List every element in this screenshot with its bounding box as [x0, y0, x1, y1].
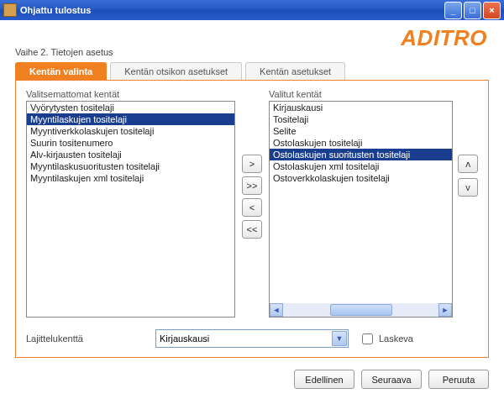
tab-panel: Valitsemattomat kentät Vyörytysten tosit… — [15, 81, 489, 358]
list-item[interactable]: Selite — [270, 125, 452, 137]
dialog-content: ADITRO Vaihe 2. Tietojen asetus Kentän v… — [0, 20, 504, 420]
scroll-left-icon[interactable]: ◄ — [270, 303, 283, 317]
scroll-right-icon[interactable]: ► — [438, 303, 452, 317]
titlebar: Ohjattu tulostus _ □ × — [0, 0, 504, 20]
move-down-button[interactable]: v — [458, 178, 478, 197]
window-title: Ohjattu tulostus — [20, 5, 443, 15]
dual-list: Valitsemattomat kentät Vyörytysten tosit… — [26, 89, 478, 318]
list-item[interactable]: Vyörytysten tositelaji — [27, 102, 234, 113]
list-item[interactable]: Ostolaskujen xml tositelaji — [270, 160, 452, 172]
tab-field-selection[interactable]: Kentän valinta — [15, 62, 107, 80]
app-icon — [3, 3, 17, 17]
sort-row: Lajittelukenttä Kirjauskausi ▼ Laskeva — [26, 329, 478, 348]
maximize-button[interactable]: □ — [464, 2, 481, 19]
order-buttons: ʌ v — [458, 89, 478, 318]
tab-field-settings[interactable]: Kentän asetukset — [245, 62, 345, 80]
h-scrollbar[interactable]: ◄ ► — [270, 303, 452, 317]
add-button[interactable]: > — [242, 155, 262, 173]
list-item[interactable]: Myyntilaskujen xml tositelaji — [27, 172, 234, 184]
cancel-button[interactable]: Peruuta — [428, 370, 489, 389]
selected-label: Valitut kentät — [269, 89, 453, 99]
remove-all-button[interactable]: << — [242, 220, 262, 239]
list-item[interactable]: Ostolaskujen tositelaji — [270, 137, 452, 149]
list-item[interactable]: Ostoverkkolaskujen tositelaji — [270, 172, 452, 184]
scroll-thumb[interactable] — [330, 304, 392, 316]
list-item[interactable]: Suurin tositenumero — [27, 137, 234, 149]
sort-field-combo[interactable]: Kirjauskausi ▼ — [155, 329, 349, 348]
chevron-down-icon[interactable]: ▼ — [332, 331, 347, 346]
list-item[interactable]: Myyntilaskujen tositelaji — [27, 113, 234, 125]
selected-column: Valitut kentät KirjauskausiTositelajiSel… — [269, 89, 453, 318]
list-item[interactable]: Ostolaskujen suoritusten tositelaji — [270, 149, 452, 160]
add-all-button[interactable]: >> — [242, 176, 262, 195]
tab-field-header-settings[interactable]: Kentän otsikon asetukset — [110, 62, 242, 80]
available-column: Valitsemattomat kentät Vyörytysten tosit… — [26, 89, 235, 318]
desc-checkbox[interactable] — [362, 333, 373, 344]
brand-logo: ADITRO — [401, 25, 487, 51]
close-button[interactable]: × — [483, 2, 501, 19]
move-buttons: > >> < << — [242, 89, 262, 318]
list-item[interactable]: Myyntilaskusuoritusten tositelaji — [27, 160, 234, 172]
list-item[interactable]: Alv-kirjausten tositelaji — [27, 149, 234, 160]
selected-listbox[interactable]: KirjauskausiTositelajiSeliteOstolaskujen… — [269, 101, 453, 318]
list-item[interactable]: Tositelaji — [270, 113, 452, 125]
remove-button[interactable]: < — [242, 198, 262, 217]
next-button[interactable]: Seuraava — [361, 370, 422, 389]
sort-label: Lajittelukenttä — [26, 333, 145, 344]
available-label: Valitsemattomat kentät — [26, 89, 235, 99]
list-item[interactable]: Kirjauskausi — [270, 102, 452, 113]
dialog-footer: Edellinen Seuraava Peruuta — [15, 370, 489, 389]
desc-checkbox-wrap[interactable]: Laskeva — [359, 331, 478, 347]
prev-button[interactable]: Edellinen — [294, 370, 354, 389]
tab-strip: Kentän valinta Kentän otsikon asetukset … — [15, 62, 489, 81]
list-item[interactable]: Myyntiverkkolaskujen tositelaji — [27, 125, 234, 137]
available-listbox[interactable]: Vyörytysten tositelajiMyyntilaskujen tos… — [26, 101, 235, 318]
desc-label: Laskeva — [379, 333, 413, 344]
scroll-track[interactable] — [283, 303, 438, 317]
minimize-button[interactable]: _ — [444, 2, 462, 19]
sort-field-value: Kirjauskausi — [160, 333, 209, 344]
move-up-button[interactable]: ʌ — [458, 155, 478, 173]
